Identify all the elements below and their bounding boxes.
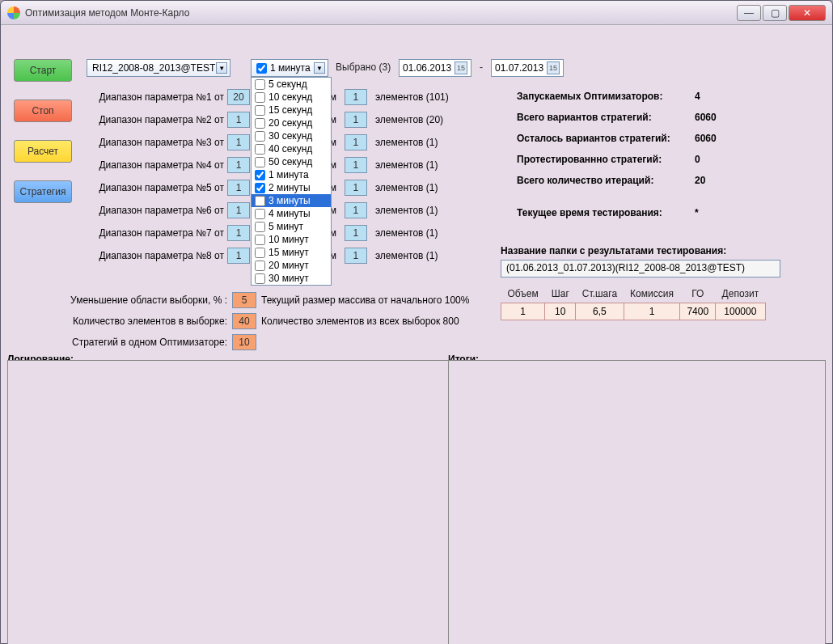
strategy-button[interactable]: Стратегия [14, 180, 72, 203]
param-label: Диапазон параметра №8 от [87, 250, 224, 261]
dropdown-item[interactable]: 30 секунд [252, 129, 331, 142]
dropdown-item-label: 1 минута [269, 169, 309, 180]
dropdown-item-check[interactable] [255, 92, 265, 103]
dropdown-item-label: 40 секунд [269, 143, 312, 155]
dropdown-item-check[interactable] [255, 261, 265, 271]
stat-row: Протестированнно стратегий:0 [517, 151, 735, 167]
dropdown-item[interactable]: 15 минут [252, 246, 331, 259]
dropdown-item[interactable]: 15 секунд [252, 104, 331, 117]
param-from[interactable]: 1 [227, 248, 250, 264]
table-cell[interactable]: 100000 [716, 303, 766, 320]
close-button[interactable]: ✕ [789, 5, 826, 21]
calendar-icon[interactable]: 15 [547, 61, 560, 74]
logging-panel[interactable] [8, 361, 449, 644]
dropdown-item-check[interactable] [255, 183, 265, 193]
dropdown-item-label: 5 минут [269, 221, 303, 232]
timeframe-dropdown[interactable]: 5 секунд10 секунд15 секунд20 секунд30 се… [251, 77, 332, 286]
calendar-icon[interactable]: 15 [455, 61, 467, 74]
table-cell[interactable]: 1 [624, 303, 680, 320]
dropdown-item-label: 15 минут [269, 247, 309, 258]
param-from[interactable]: 1 [227, 112, 250, 128]
param-from[interactable]: 1 [227, 157, 250, 173]
reduce-value[interactable]: 5 [232, 292, 256, 308]
dropdown-item-check[interactable] [255, 131, 265, 142]
table-header: Шаг [545, 286, 576, 303]
dropdown-item-check[interactable] [255, 157, 265, 167]
param-step[interactable]: 1 [345, 112, 367, 128]
dropdown-item-check[interactable] [255, 235, 265, 245]
dropdown-item[interactable]: 10 минут [252, 233, 331, 246]
dropdown-item[interactable]: 40 секунд [252, 142, 331, 155]
dropdown-item-check[interactable] [255, 170, 265, 180]
timeframe-combo-check[interactable] [256, 63, 267, 74]
strat-value[interactable]: 10 [232, 334, 256, 350]
date-from-picker[interactable]: 01.06.2013 15 [399, 59, 471, 77]
dropdown-item[interactable]: 5 секунд [252, 78, 331, 91]
param-step[interactable]: 1 [345, 180, 367, 196]
title-bar[interactable]: Оптимизация методом Монте-Карло — ▢ ✕ [1, 1, 832, 25]
param-from[interactable]: 1 [227, 225, 250, 241]
param-label: Диапазон параметра №6 от [87, 205, 224, 216]
maximize-button[interactable]: ▢ [763, 5, 787, 21]
dropdown-item-check[interactable] [255, 273, 265, 284]
instrument-combo[interactable]: RI12_2008-08_2013@TEST ▼ [87, 59, 230, 77]
reduce-after: Текущий размер массива от начального 100… [261, 294, 469, 306]
table-header: ГО [680, 286, 716, 303]
dropdown-item[interactable]: 5 минут [252, 220, 331, 233]
window-title: Оптимизация методом Монте-Карло [25, 7, 737, 19]
settings-table: ОбъемШагСт.шагаКомиссияГОДепозит 1106,51… [501, 286, 766, 320]
dropdown-item-check[interactable] [255, 222, 265, 232]
table-cell[interactable]: 10 [545, 303, 576, 320]
minimize-button[interactable]: — [737, 5, 761, 21]
dropdown-item-check[interactable] [255, 144, 265, 155]
dropdown-item[interactable]: 30 минут [252, 272, 331, 285]
dropdown-item-check[interactable] [255, 105, 265, 116]
param-from[interactable]: 1 [227, 180, 250, 196]
folder-value[interactable]: (01.06.2013_01.07.2013)(RI12_2008-08_201… [501, 260, 780, 278]
selected-count-label: Выбрано (3) [336, 61, 391, 73]
calc-button[interactable]: Расчет [14, 140, 72, 163]
param-from[interactable]: 20 [227, 89, 250, 105]
timeframe-combo[interactable]: 1 минута ▼ [251, 59, 328, 77]
dropdown-item[interactable]: 20 минут [252, 259, 331, 272]
dropdown-item[interactable]: 10 секунд [252, 91, 331, 104]
table-cell[interactable]: 6,5 [576, 303, 624, 320]
date-to-picker[interactable]: 01.07.2013 15 [491, 59, 564, 77]
param-step[interactable]: 1 [345, 202, 367, 218]
dropdown-item-check[interactable] [255, 79, 265, 90]
stat-key: Протестированнно стратегий: [517, 154, 695, 165]
totals-panel[interactable] [449, 361, 825, 644]
dropdown-item-check[interactable] [255, 209, 265, 219]
dropdown-item[interactable]: 50 секунд [252, 155, 331, 168]
param-step[interactable]: 1 [345, 248, 367, 264]
param-from[interactable]: 1 [227, 202, 250, 218]
stat-value: 20 [695, 175, 735, 186]
stop-button[interactable]: Стоп [14, 100, 72, 122]
count-value[interactable]: 40 [232, 313, 256, 329]
dropdown-item[interactable]: 3 минуты [252, 194, 331, 207]
current-time-key: Текущее время тестирования: [517, 207, 695, 218]
dropdown-item[interactable]: 1 минута [252, 168, 331, 181]
start-button[interactable]: Старт [14, 59, 72, 82]
dropdown-item[interactable]: 4 минуты [252, 207, 331, 220]
dropdown-item[interactable]: 2 минуты [252, 181, 331, 194]
param-step[interactable]: 1 [345, 157, 367, 173]
param-label: Диапазон параметра №1 от [87, 91, 224, 103]
param-label: Диапазон параметра №2 от [87, 114, 224, 125]
table-cell[interactable]: 7400 [680, 303, 716, 320]
dropdown-item-label: 2 минуты [269, 182, 311, 193]
dropdown-item-check[interactable] [255, 196, 265, 206]
dropdown-item-label: 10 минут [269, 234, 309, 245]
param-label: Диапазон параметра №3 от [87, 137, 224, 148]
param-elements: элементов (1) [375, 159, 464, 171]
table-cell[interactable]: 1 [501, 303, 545, 320]
dropdown-item-check[interactable] [255, 118, 265, 129]
param-step[interactable]: 1 [345, 134, 367, 150]
param-step[interactable]: 1 [345, 225, 367, 241]
table-header: Объем [501, 286, 545, 303]
param-from[interactable]: 1 [227, 134, 250, 150]
dropdown-item[interactable]: 20 секунд [252, 117, 331, 129]
param-label: Диапазон параметра №7 от [87, 227, 224, 239]
dropdown-item-check[interactable] [255, 248, 265, 258]
param-step[interactable]: 1 [345, 89, 367, 105]
